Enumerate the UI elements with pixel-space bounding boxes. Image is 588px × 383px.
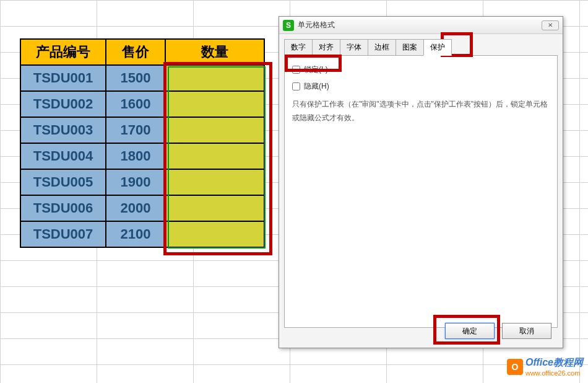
header-price: 售价 (106, 39, 165, 65)
dialog-titlebar[interactable]: S 单元格格式 ✕ (279, 17, 563, 34)
dialog-tabs: 数字 对齐 字体 边框 图案 保护 (279, 34, 563, 56)
cell-id[interactable]: TSDU007 (20, 221, 106, 247)
cell-id[interactable]: TSDU002 (20, 91, 106, 117)
watermark: O Office教程网 www.office26.com (507, 356, 583, 377)
app-icon: S (283, 20, 294, 31)
cell-format-dialog: S 单元格格式 ✕ 数字 对齐 字体 边框 图案 保护 锁定(L) 隐藏(H) … (279, 16, 563, 348)
cell-price[interactable]: 2100 (106, 221, 165, 247)
cell-id[interactable]: TSDU005 (20, 169, 106, 195)
lock-label: 锁定(L) (304, 64, 328, 75)
cell-id[interactable]: TSDU001 (20, 65, 106, 91)
selection-marquee (168, 66, 266, 249)
tab-pattern[interactable]: 图案 (396, 39, 424, 56)
dialog-title: 单元格格式 (298, 20, 542, 30)
ok-button[interactable]: 确定 (445, 323, 495, 339)
cell-price[interactable]: 1800 (106, 143, 165, 169)
header-product-id: 产品编号 (20, 39, 106, 65)
cell-price[interactable]: 1900 (106, 169, 165, 195)
watermark-url: www.office26.com (525, 369, 583, 377)
cell-id[interactable]: TSDU004 (20, 143, 106, 169)
protect-description: 只有保护工作表（在"审阅"选项卡中，点击"保护工作表"按钮）后，锁定单元格或隐藏… (292, 98, 550, 125)
tab-panel-protect: 锁定(L) 隐藏(H) 只有保护工作表（在"审阅"选项卡中，点击"保护工作表"按… (284, 55, 558, 328)
tab-align[interactable]: 对齐 (312, 39, 340, 56)
cell-price[interactable]: 1500 (106, 65, 165, 91)
cell-id[interactable]: TSDU003 (20, 117, 106, 143)
watermark-icon: O (507, 359, 523, 375)
lock-checkbox[interactable] (292, 66, 300, 74)
tab-border[interactable]: 边框 (368, 39, 396, 56)
cell-price[interactable]: 1700 (106, 117, 165, 143)
cell-price[interactable]: 2000 (106, 195, 165, 221)
close-icon[interactable]: ✕ (542, 20, 559, 30)
tab-protect[interactable]: 保护 (423, 39, 452, 56)
tab-number[interactable]: 数字 (284, 39, 313, 56)
header-qty: 数量 (165, 39, 264, 65)
cell-price[interactable]: 1600 (106, 91, 165, 117)
hide-label: 隐藏(H) (304, 81, 329, 92)
watermark-brand: Office教程网 (525, 357, 583, 368)
hide-checkbox[interactable] (292, 82, 300, 90)
cancel-button[interactable]: 取消 (502, 323, 551, 339)
tab-font[interactable]: 字体 (340, 39, 368, 56)
watermark-text: Office教程网 www.office26.com (525, 356, 583, 377)
cell-id[interactable]: TSDU006 (20, 195, 106, 221)
